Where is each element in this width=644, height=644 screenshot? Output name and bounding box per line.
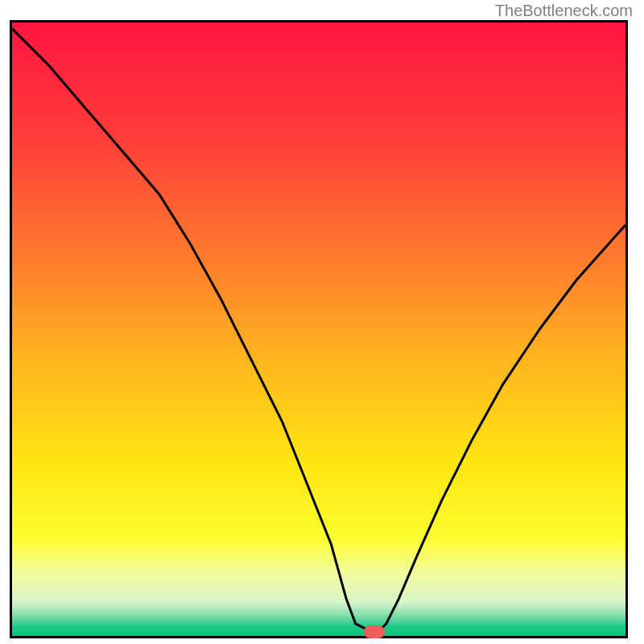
plot-frame bbox=[10, 20, 628, 638]
watermark-text: TheBottleneck.com bbox=[495, 2, 633, 20]
optimal-point-marker bbox=[364, 625, 385, 638]
bottleneck-curve bbox=[12, 23, 625, 636]
